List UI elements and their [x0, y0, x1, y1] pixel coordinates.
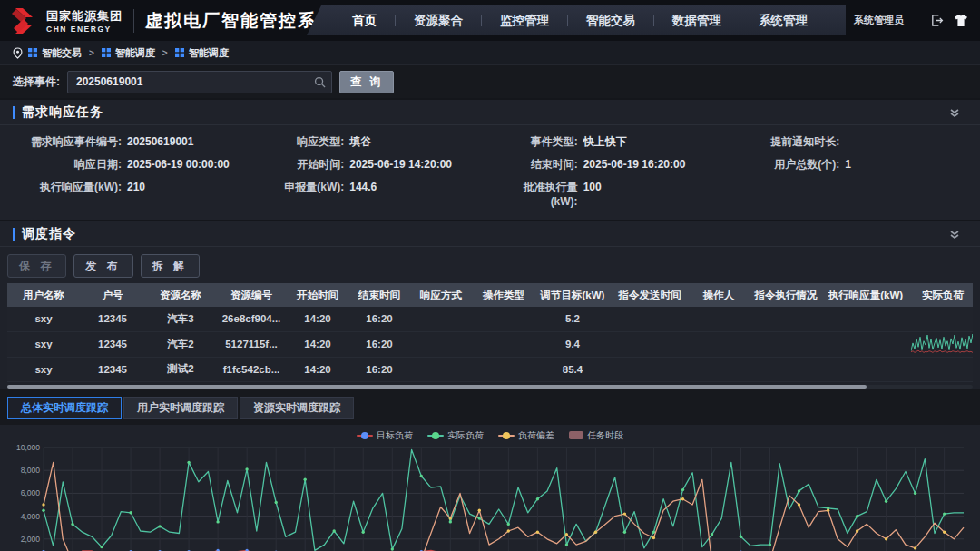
nav-item-1[interactable]: 资源聚合 [396, 13, 481, 29]
sparkline-chart [911, 332, 973, 355]
legend-item-band[interactable]: 任务时段 [569, 429, 623, 442]
column-header[interactable]: 开始时间 [287, 283, 348, 307]
grid-icon [102, 48, 111, 57]
field-10: 批准执行量(kW):100 [498, 180, 750, 209]
location-pin-icon [13, 47, 23, 59]
app-header: 国家能源集团 CHN ENERGY 虚拟电厂智能管控系统 首页资源聚合监控管理智… [0, 0, 980, 41]
field-label: 申报量(kW): [266, 180, 344, 209]
tab-tracking-1[interactable]: 用户实时调度跟踪 [123, 397, 238, 419]
table-cell: sxy [7, 307, 80, 331]
column-header[interactable]: 操作人 [690, 283, 748, 307]
scrollbar-thumb[interactable] [7, 385, 867, 389]
legend-item-0[interactable]: 目标负荷 [357, 429, 413, 442]
collapse-chevron-icon[interactable] [949, 106, 960, 123]
legend-line [498, 435, 514, 437]
chart-panel: 目标负荷实际负荷负荷偏差任务时段 02,0004,0006,0008,00010… [0, 425, 980, 551]
legend-band-swatch [569, 431, 583, 439]
nav-item-2[interactable]: 监控管理 [482, 13, 567, 29]
nav-item-0[interactable]: 首页 [334, 13, 395, 29]
nav-item-5[interactable]: 系统管理 [740, 13, 826, 29]
column-header[interactable]: 户号 [80, 283, 145, 307]
demand-response-title: 需求响应任务 [22, 104, 103, 121]
breadcrumb: 智能交易>智能调度>智能调度 [0, 41, 980, 65]
legend-label: 目标负荷 [377, 429, 413, 442]
theme-skin-icon[interactable] [953, 13, 969, 29]
table-cell: 14:20 [287, 357, 348, 381]
field-label: 事件类型: [498, 134, 578, 149]
table-cell: 测试2 [145, 357, 216, 381]
field-0: 需求响应事件编号:20250619001 [5, 134, 266, 149]
table-cell: f1fc542cb... [216, 357, 287, 381]
search-icon[interactable] [314, 75, 326, 92]
table-cell: 12345 [80, 331, 145, 357]
field-value: 2025-06-19 00:00:00 [127, 157, 230, 172]
table-cell [907, 357, 973, 381]
demand-response-fields: 需求响应事件编号:20250619001响应类型:填谷事件类型:快上快下提前通知… [0, 125, 980, 220]
tab-tracking-2[interactable]: 资源实时调度跟踪 [240, 397, 354, 419]
column-header[interactable]: 指令执行情况 [748, 283, 824, 307]
query-button[interactable]: 查 询 [339, 71, 394, 93]
column-header[interactable]: 操作类型 [472, 283, 535, 307]
svg-text:8,000: 8,000 [21, 466, 41, 475]
table-cell [690, 307, 748, 331]
table-cell: 5127115f... [216, 331, 287, 357]
column-header[interactable]: 响应方式 [410, 283, 472, 307]
event-select-input[interactable] [67, 71, 332, 93]
table-cell: 12345 [80, 307, 145, 331]
logout-icon[interactable] [928, 13, 945, 29]
table-cell: 12345 [80, 357, 145, 381]
field-value: 144.6 [349, 180, 377, 209]
breadcrumb-item-1[interactable]: 智能调度 [102, 46, 155, 60]
svg-text:6,000: 6,000 [21, 488, 41, 497]
column-header[interactable]: 资源编号 [216, 283, 287, 307]
field-value: 快上快下 [583, 134, 627, 149]
table-cell [748, 331, 824, 357]
column-header[interactable]: 用户名称 [7, 283, 80, 307]
column-header[interactable]: 资源名称 [145, 283, 216, 307]
table-cell [472, 307, 535, 331]
legend-line [427, 435, 444, 437]
load-tracking-chart: 02,0004,0006,0008,00010,0000:000:451:302… [7, 443, 971, 551]
field-4: 响应日期:2025-06-19 00:00:00 [5, 157, 266, 172]
field-9: 申报量(kW):144.6 [266, 180, 497, 209]
table-cell [410, 307, 472, 331]
breadcrumb-item-2[interactable]: 智能调度 [175, 46, 229, 60]
table-cell [824, 331, 907, 357]
accent-bar [13, 106, 15, 119]
column-header[interactable]: 实际负荷 [907, 283, 973, 307]
svg-text:10,000: 10,000 [16, 443, 40, 452]
table-row[interactable]: sxy12345测试2f1fc542cb...14:2016:2085.4 [7, 357, 973, 381]
divider [916, 14, 916, 28]
legend-item-1[interactable]: 实际负荷 [427, 429, 484, 442]
nav-item-3[interactable]: 智能交易 [568, 13, 653, 29]
org-name-cn: 国家能源集团 [46, 8, 122, 25]
field-label: 响应类型: [266, 134, 344, 149]
field-label: 开始时间: [266, 157, 344, 172]
grid-icon [28, 48, 37, 57]
svg-text:4,000: 4,000 [21, 511, 41, 520]
breadcrumb-item-0[interactable]: 智能交易 [28, 46, 82, 60]
app-title: 虚拟电厂智能管控系统 [145, 9, 336, 33]
column-header[interactable]: 调节目标(kW) [535, 283, 610, 307]
table-cell [610, 307, 690, 331]
table-cell [610, 331, 690, 357]
grid-icon [175, 48, 184, 57]
dispatch-button-1[interactable]: 发 布 [74, 254, 132, 278]
tab-tracking-0[interactable]: 总体实时调度跟踪 [7, 397, 122, 419]
nav-item-4[interactable]: 数据管理 [654, 13, 740, 29]
table-row[interactable]: sxy12345汽车326e8cf904...14:2016:205.2 [7, 307, 973, 331]
collapse-chevron-icon[interactable] [949, 228, 960, 244]
event-search-bar: 选择事件: 查 询 [0, 65, 980, 98]
legend-item-2[interactable]: 负荷偏差 [498, 429, 554, 442]
column-header[interactable]: 执行响应量(kW) [824, 283, 907, 307]
field-label: 用户总数(个): [749, 157, 839, 172]
table-header-row: 用户名称户号资源名称资源编号开始时间结束时间响应方式操作类型调节目标(kW)指令… [7, 283, 973, 307]
column-header[interactable]: 结束时间 [348, 283, 410, 307]
field-value: 2025-06-19 14:20:00 [349, 157, 452, 172]
dispatch-button-0[interactable]: 保 存 [7, 254, 66, 278]
dispatch-button-2[interactable]: 拆 解 [141, 254, 200, 278]
table-cell: 9.4 [535, 331, 610, 357]
column-header[interactable]: 指令发送时间 [610, 283, 690, 307]
field-3: 提前通知时长: [749, 134, 971, 149]
table-row[interactable]: sxy12345汽车25127115f...14:2016:209.4 [7, 331, 973, 357]
